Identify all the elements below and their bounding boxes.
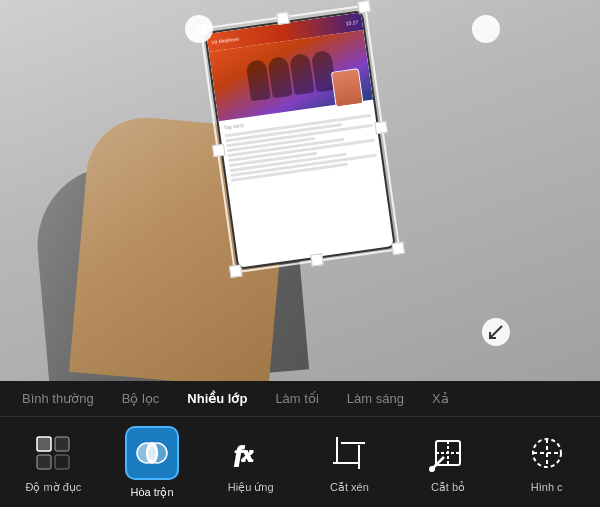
svg-line-0 [490, 326, 502, 338]
tools-row: Độ mờ đục Hòa trộn fx Hiệu ứng Cắt xén C… [0, 417, 600, 507]
svg-point-7 [147, 443, 157, 463]
tool-label-cat-bo: Cắt bỏ [431, 481, 465, 494]
svg-rect-4 [55, 455, 69, 469]
tool-icon-wrap-cat-bo [426, 431, 470, 475]
filter-tabs: Bình thườngBộ lọcNhiều lớpLàm tốiLàm sán… [0, 381, 600, 417]
catbo-icon [426, 431, 470, 475]
portrait-photo [331, 68, 364, 108]
tool-icon-wrap-hinh-cu [525, 431, 569, 475]
tool-icon-wrap-hieu-ung: fx [229, 431, 273, 475]
svg-point-17 [429, 466, 435, 472]
tool-item-hieu-ung[interactable]: fx Hiệu ứng [201, 431, 300, 494]
resize-button[interactable] [482, 318, 510, 346]
phone-content: Vit Mobifone 15:27 Tag story [204, 10, 396, 270]
main-canvas: Vit Mobifone 15:27 Tag story [0, 0, 600, 381]
crop-icon [327, 431, 371, 475]
tool-item-cat-xen[interactable]: Cắt xén [300, 431, 399, 494]
svg-rect-1 [37, 437, 51, 451]
photo-people [246, 50, 337, 102]
close-button[interactable] [185, 15, 213, 43]
tool-item-hoa-tron[interactable]: Hòa trộn [103, 426, 202, 499]
fx-icon: fx [229, 431, 273, 475]
tool-icon-wrap-do-mo-duc [31, 431, 75, 475]
svg-rect-3 [37, 455, 51, 469]
svg-rect-2 [55, 437, 69, 451]
filter-tab-lam-sang[interactable]: Làm sáng [333, 381, 418, 416]
tool-label-do-mo-duc: Độ mờ đục [25, 481, 81, 494]
filter-tab-bo-loc[interactable]: Bộ lọc [108, 381, 174, 416]
phone-screen: Vit Mobifone 15:27 Tag story [204, 10, 396, 270]
tool-label-cat-xen: Cắt xén [330, 481, 369, 494]
person-1 [246, 59, 271, 101]
rotate-button[interactable] [472, 15, 500, 43]
filter-tab-xa[interactable]: Xả [418, 381, 463, 416]
shape-icon [525, 431, 569, 475]
person-3 [289, 53, 314, 95]
svg-text:fx: fx [235, 441, 253, 466]
filter-tab-nhieu-lop[interactable]: Nhiều lớp [173, 381, 261, 416]
tool-item-cat-bo[interactable]: Cắt bỏ [399, 431, 498, 494]
person-2 [267, 56, 292, 98]
blend-icon [130, 431, 174, 475]
tool-label-hinh-cu: Hình c [531, 481, 563, 493]
tool-item-hinh-cu[interactable]: Hình c [497, 431, 596, 493]
tool-label-hieu-ung: Hiệu ứng [228, 481, 274, 494]
filter-tab-binh-thuong[interactable]: Bình thường [8, 381, 108, 416]
tool-icon-wrap-hoa-tron [125, 426, 179, 480]
tool-icon-wrap-cat-xen [327, 431, 371, 475]
bottom-toolbar: Bình thườngBộ lọcNhiều lớpLàm tốiLàm sán… [0, 381, 600, 507]
filter-tab-lam-toi[interactable]: Làm tối [261, 381, 332, 416]
tool-item-do-mo-duc[interactable]: Độ mờ đục [4, 431, 103, 494]
blur-icon [31, 431, 75, 475]
tool-label-hoa-tron: Hòa trộn [130, 486, 173, 499]
